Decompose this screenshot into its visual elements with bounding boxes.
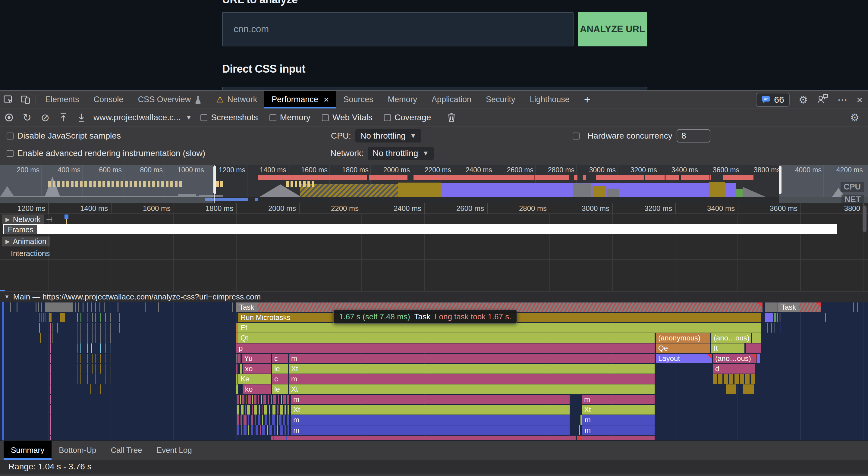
- checkbox-memory[interactable]: Memory: [270, 113, 310, 122]
- net-transfer-bar: [255, 198, 258, 201]
- details-tab-bottom-up[interactable]: Bottom-Up: [52, 441, 103, 460]
- overview-handle-left[interactable]: [213, 166, 216, 194]
- flame-bar-ko[interactable]: ko: [243, 384, 271, 394]
- record-icon[interactable]: [0, 109, 18, 126]
- tab-security[interactable]: Security: [478, 91, 523, 108]
- flame-bar-qt[interactable]: Qt: [238, 333, 655, 343]
- checkbox-box[interactable]: [322, 114, 329, 121]
- flame-bar-layout[interactable]: Layout: [656, 354, 712, 363]
- flame-bar-m[interactable]: m: [291, 425, 569, 435]
- flame-bar-m[interactable]: m: [582, 425, 655, 435]
- tab-lighthouse[interactable]: Lighthouse: [523, 91, 577, 108]
- track-frames[interactable]: Frames: [4, 225, 37, 234]
- details-tab-event-log[interactable]: Event Log: [150, 441, 199, 460]
- vertical-scrollbar-thumb[interactable]: [863, 205, 867, 232]
- tab-css-overview[interactable]: CSS Overview: [131, 91, 209, 108]
- track-animation[interactable]: ▶ Animation: [2, 236, 50, 247]
- checkbox-screenshots[interactable]: Screenshots: [200, 113, 258, 122]
- flame-sliver: [270, 425, 272, 435]
- overview-handle-right[interactable]: [779, 166, 781, 194]
- network-request-item[interactable]: [64, 215, 68, 219]
- url-analyze-input[interactable]: [222, 12, 574, 46]
- checkbox-box[interactable]: [200, 114, 207, 121]
- flame-sliver: [238, 354, 241, 363]
- flame-sliver: [104, 303, 104, 312]
- hardware-concurrency-checkbox[interactable]: [572, 132, 580, 139]
- advanced-rendering-checkbox[interactable]: [7, 150, 13, 157]
- flame-bar-xt[interactable]: Xt: [289, 364, 655, 374]
- tab-memory[interactable]: Memory: [380, 91, 424, 108]
- flame-bar-xo[interactable]: xo: [243, 364, 271, 374]
- flame-sliver: [241, 415, 242, 425]
- flame-bar-m[interactable]: m: [289, 354, 655, 363]
- flame-bar-c[interactable]: c: [272, 374, 288, 384]
- track-resize-handle[interactable]: ⊣: [46, 215, 53, 224]
- frames-strip[interactable]: Frames: [3, 224, 837, 234]
- flame-bar-ft[interactable]: ft: [711, 344, 744, 353]
- flame-bar-le[interactable]: le: [272, 384, 288, 394]
- analyze-url-button[interactable]: ANALYZE URL: [578, 12, 647, 46]
- flame-bar-xt[interactable]: Xt: [289, 384, 655, 394]
- flame-bar-d[interactable]: d: [713, 364, 755, 374]
- tab-sources[interactable]: Sources: [336, 91, 380, 108]
- load-profile-icon[interactable]: [54, 109, 72, 126]
- flame-bar-xt[interactable]: Xt: [582, 405, 655, 415]
- checkbox-box[interactable]: [270, 114, 276, 121]
- flame-bar-task[interactable]: Task: [778, 303, 821, 312]
- flame-bar-m[interactable]: m: [582, 415, 655, 425]
- flame-bar-ke[interactable]: Ke: [238, 374, 271, 384]
- css-input-field[interactable]: [222, 87, 647, 90]
- reload-and-record-icon[interactable]: ↻: [18, 109, 36, 126]
- close-devtools-icon[interactable]: ×: [857, 95, 863, 105]
- flame-bar-anonymous[interactable]: (anonymous): [656, 333, 710, 343]
- flame-bar-yu[interactable]: Yu: [242, 354, 271, 363]
- details-tab-call-tree[interactable]: Call Tree: [104, 441, 150, 460]
- checkbox-web-vitals[interactable]: Web Vitals: [322, 113, 373, 122]
- flame-bar-anoous[interactable]: (ano…ous): [713, 354, 756, 363]
- cpu-throttle-select[interactable]: No throttling ▼: [355, 129, 421, 142]
- network-throttle-select[interactable]: No throttling ▼: [368, 147, 434, 160]
- device-toolbar-icon[interactable]: [17, 91, 34, 108]
- tab-console[interactable]: Console: [87, 91, 131, 108]
- tab-performance[interactable]: Performance×: [264, 91, 336, 108]
- flame-bar-m[interactable]: m: [289, 374, 655, 384]
- settings-gear-icon[interactable]: ⚙: [799, 95, 808, 105]
- main-thread-header[interactable]: ▼ Main — https://www.projectwallace.com/…: [0, 291, 868, 302]
- cpu-activity-shape: [398, 183, 441, 197]
- tab-application[interactable]: Application: [424, 91, 478, 108]
- history-select[interactable]: www.projectwallace.c... ▼: [93, 113, 192, 122]
- tab-close-icon[interactable]: ×: [324, 95, 329, 105]
- more-options-icon[interactable]: ⋯: [837, 95, 847, 105]
- capture-settings-gear-icon[interactable]: ⚙: [846, 109, 864, 126]
- flame-bar-m[interactable]: m: [291, 415, 569, 425]
- tab-network[interactable]: ⚠Network: [209, 91, 264, 108]
- checkbox-box[interactable]: [384, 114, 391, 121]
- trash-icon[interactable]: [442, 109, 461, 126]
- details-tab-summary[interactable]: Summary: [4, 441, 52, 460]
- timeline-overview[interactable]: 200 ms400 ms600 ms800 ms1000 ms1200 ms14…: [0, 165, 868, 203]
- flame-bar-c[interactable]: c: [272, 354, 288, 363]
- feedback-icon[interactable]: [817, 94, 828, 105]
- flame-bar-p[interactable]: p: [236, 344, 655, 353]
- new-tab-plus-icon[interactable]: +: [577, 91, 598, 108]
- flame-sliver: [87, 333, 88, 343]
- flame-bar-m[interactable]: m: [582, 395, 655, 404]
- flame-bar-m[interactable]: m: [291, 395, 569, 404]
- inspect-element-icon[interactable]: [0, 91, 17, 108]
- flame-chart[interactable]: TaskTaskRun MicrotasksEtQt(anonymous)(an…: [0, 302, 868, 440]
- issues-badge[interactable]: 66: [756, 93, 789, 107]
- flame-bar-et[interactable]: Et: [238, 323, 761, 332]
- hardware-concurrency-input[interactable]: [677, 129, 710, 142]
- disable-js-samples-checkbox[interactable]: [7, 132, 13, 139]
- clear-icon[interactable]: ⊘: [36, 109, 54, 126]
- flame-bar-qe[interactable]: Qe: [656, 344, 710, 353]
- tab-elements[interactable]: Elements: [38, 91, 87, 108]
- flame-bar-anoous[interactable]: (ano…ous): [711, 333, 751, 343]
- flame-bar-xt[interactable]: Xt: [291, 405, 569, 415]
- ruler-tick-label: 2000 ms: [236, 204, 296, 213]
- flame-bar-le[interactable]: le: [272, 364, 288, 374]
- track-network[interactable]: ▶ Network: [2, 215, 44, 224]
- flame-sliver: [236, 323, 238, 332]
- checkbox-coverage[interactable]: Coverage: [384, 113, 431, 122]
- save-profile-icon[interactable]: [72, 109, 90, 126]
